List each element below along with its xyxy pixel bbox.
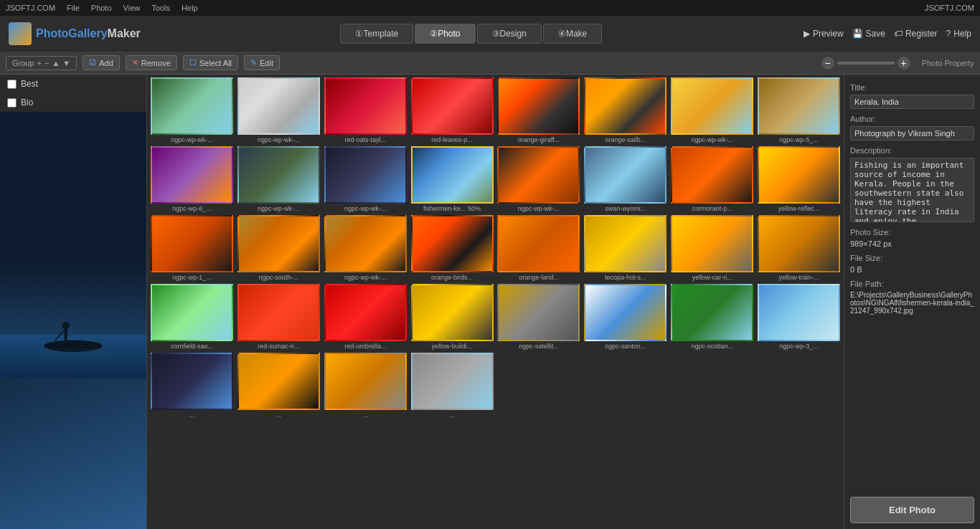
photo-item-13[interactable]: ngpc-wp-wk-...	[497, 146, 581, 212]
photo-thumb-2	[237, 77, 320, 135]
photo-thumb-11	[324, 146, 407, 204]
photo-thumb-16	[758, 146, 840, 204]
file-size-value: 0 B	[850, 265, 974, 274]
photo-item-23[interactable]: yellow-car-ri...	[670, 215, 754, 281]
menu-photo[interactable]: Photo	[91, 4, 112, 12]
group-up-icon[interactable]: ▲	[52, 59, 60, 67]
photo-item-25[interactable]: cornfield-sao...	[150, 284, 234, 350]
group-add-icon[interactable]: +	[37, 59, 42, 67]
photo-label-8: ngpc-wp-5_...	[758, 136, 840, 143]
help-button[interactable]: ? Help	[946, 29, 971, 39]
photo-item-7[interactable]: ngpc-wp-wk-...	[670, 77, 754, 143]
photo-item-31[interactable]: ngpc-scotlan...	[670, 284, 754, 350]
photo-item-19[interactable]: ngpc-wp-wk-...	[324, 215, 407, 281]
photo-item-15[interactable]: cormorant-p...	[670, 146, 754, 212]
photo-item-2[interactable]: ngpc-wp-wk-...	[237, 77, 321, 143]
remove-button[interactable]: ✕ Remove	[126, 55, 177, 70]
zoom-slider[interactable]	[837, 62, 895, 65]
photo-label-7: ngpc-wp-wk-...	[671, 136, 753, 143]
sidebar-item-best[interactable]: Best	[0, 75, 146, 93]
photo-item-32[interactable]: ngpc-wp-3_...	[757, 284, 841, 350]
photo-item-21[interactable]: orange-land...	[497, 215, 581, 281]
photo-item-3[interactable]: red-oats-tayl...	[324, 77, 407, 143]
photo-label-35: ...	[324, 411, 407, 419]
photo-item-16[interactable]: yellow-reflec...	[757, 146, 841, 212]
zoom-in-button[interactable]: +	[897, 57, 910, 70]
photo-item-18[interactable]: ngpc-south-...	[237, 215, 321, 281]
photo-thumb-35	[324, 353, 407, 410]
photo-item-4[interactable]: red-leaves-p...	[410, 77, 494, 143]
edit-button[interactable]: ✎ Edit	[244, 55, 280, 70]
photo-thumb-5	[497, 77, 580, 135]
sidebar-item-bio[interactable]: Bio	[0, 93, 146, 112]
photo-item-33[interactable]: ...	[150, 353, 234, 419]
menu-view[interactable]: View	[123, 4, 141, 12]
tab-design[interactable]: ③Design	[477, 24, 542, 44]
tab-photo[interactable]: ②Photo	[415, 24, 475, 44]
menu-file[interactable]: File	[67, 4, 80, 12]
tab-make[interactable]: ④Make	[543, 24, 602, 44]
bio-checkbox[interactable]	[7, 98, 17, 108]
group-remove-icon[interactable]: −	[44, 59, 49, 67]
photo-item-12[interactable]: fishermen-ke... 50%	[410, 146, 494, 212]
photo-item-35[interactable]: ...	[324, 353, 407, 419]
right-panel: Title: Author: Description: Fishing is a…	[844, 75, 980, 529]
photo-thumb-34	[237, 353, 320, 410]
photo-item-26[interactable]: red-sumac-ri...	[237, 284, 321, 350]
photo-item-29[interactable]: ngpc-satellit...	[497, 284, 581, 350]
photo-item-5[interactable]: orange-giraff...	[497, 77, 581, 143]
menu-help[interactable]: Help	[182, 4, 198, 12]
svg-point-4	[62, 322, 70, 329]
photo-item-27[interactable]: red-umbrella...	[324, 284, 407, 350]
best-checkbox[interactable]	[7, 80, 17, 89]
photo-label-25: cornfield-sao...	[151, 343, 233, 350]
edit-photo-button[interactable]: Edit Photo	[850, 497, 974, 523]
logo-text: PhotoGalleryMaker	[36, 27, 141, 40]
photo-item-11[interactable]: ngpc-wp-wk-...	[324, 146, 407, 212]
photo-label-21: orange-land...	[497, 274, 580, 281]
photo-item-10[interactable]: ngpc-wp-wk-...	[237, 146, 321, 212]
photo-item-9[interactable]: ngpc-wp-6_...	[150, 146, 234, 212]
photo-label-32: ngpc-wp-3_...	[758, 343, 840, 350]
group-section: Group + − ▲ ▼	[6, 56, 77, 70]
photo-item-14[interactable]: swan-wyomi...	[583, 146, 667, 212]
photo-item-8[interactable]: ngpc-wp-5_...	[757, 77, 841, 143]
description-textarea[interactable]: Fishing is an important source of income…	[850, 158, 974, 222]
photo-label-14: swan-wyomi...	[584, 205, 666, 212]
photo-item-6[interactable]: orange-sailb...	[583, 77, 667, 143]
photo-item-36[interactable]: ...	[410, 353, 494, 419]
photo-label-5: orange-giraff...	[497, 136, 580, 143]
add-button[interactable]: ☑ Add	[83, 55, 120, 70]
photo-item-34[interactable]: ...	[237, 353, 321, 419]
group-down-icon[interactable]: ▼	[62, 59, 70, 67]
photo-item-1[interactable]: ngpc-wp-wk-...	[150, 77, 234, 143]
photo-item-22[interactable]: tecopa-hot-s...	[583, 215, 667, 281]
tab-template[interactable]: ①Template	[340, 24, 413, 44]
menu-tools[interactable]: Tools	[151, 4, 170, 12]
zoom-section: − +	[821, 57, 910, 70]
photo-grid-container[interactable]: ngpc-wp-wk-...ngpc-wp-wk-...red-oats-tay…	[147, 75, 844, 529]
photo-thumb-22	[584, 215, 666, 272]
author-input[interactable]	[850, 126, 974, 140]
photo-thumb-9	[151, 146, 233, 204]
photo-item-30[interactable]: ngpc-santori...	[583, 284, 667, 350]
title-label: Title:	[850, 83, 974, 92]
photo-item-20[interactable]: orange-birds...	[410, 215, 494, 281]
photo-item-28[interactable]: yellow-buildi...	[410, 284, 494, 350]
title-input[interactable]	[850, 95, 974, 109]
register-button[interactable]: 🏷 Register	[894, 29, 938, 39]
photo-label-36: ...	[411, 411, 494, 419]
file-path-label: File Path:	[850, 280, 974, 288]
photo-thumb-23	[671, 215, 753, 272]
photo-item-17[interactable]: ngpc-wp-1_...	[150, 215, 234, 281]
select-all-button[interactable]: ☐ Select All	[183, 55, 238, 70]
save-button[interactable]: 💾 Save	[852, 29, 885, 39]
photo-label-24: yellow-train-...	[758, 274, 840, 281]
photo-thumb-19	[324, 215, 407, 272]
toolbar: Group + − ▲ ▼ ☑ Add ✕ Remove ☐ Select Al…	[0, 52, 980, 75]
photo-label-19: ngpc-wp-wk-...	[324, 274, 407, 281]
photo-label-26: red-sumac-ri...	[237, 343, 320, 350]
photo-item-24[interactable]: yellow-train-...	[757, 215, 841, 281]
zoom-out-button[interactable]: −	[821, 57, 834, 70]
preview-button[interactable]: ▶ Preview	[804, 29, 844, 39]
